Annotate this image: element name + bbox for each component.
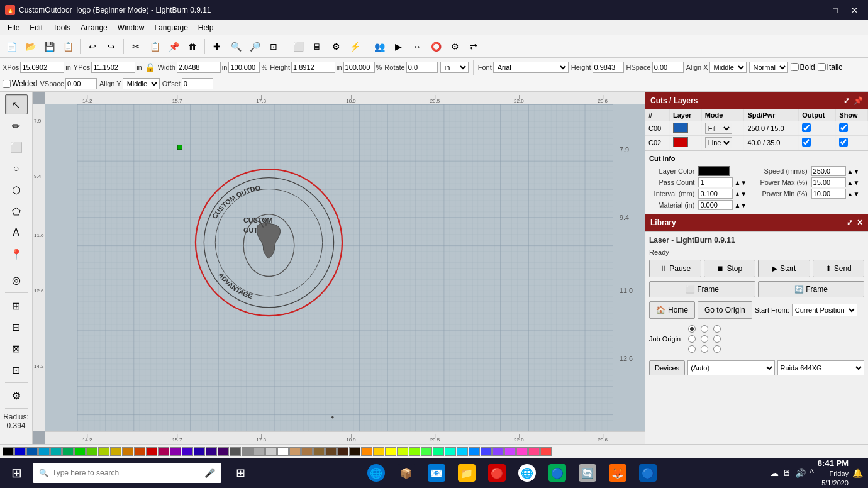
ypos-input[interactable]: [91, 62, 135, 73]
width-input[interactable]: [177, 62, 221, 73]
start-from-select[interactable]: Current Position Absolute Coords User Or…: [792, 304, 857, 316]
delete-btn[interactable]: 🗑: [184, 38, 201, 55]
copy-btn[interactable]: 📋: [146, 38, 164, 55]
swap-btn[interactable]: ⇄: [465, 38, 482, 55]
layer-show-c00[interactable]: [836, 121, 868, 136]
circle-btn[interactable]: ⭕: [427, 38, 445, 55]
color-brown5[interactable]: [349, 447, 360, 456]
menu-file[interactable]: File: [3, 22, 25, 33]
color-lime2[interactable]: [98, 447, 109, 456]
color-white[interactable]: [277, 447, 289, 456]
menu-arrange[interactable]: Arrange: [75, 22, 113, 33]
color-brown3[interactable]: [325, 447, 337, 456]
maximize-button[interactable]: □: [826, 4, 844, 16]
color-green1[interactable]: [62, 447, 74, 456]
interval-up-icon[interactable]: ▲▼: [734, 191, 747, 197]
draw-tool[interactable]: ✏: [5, 116, 28, 136]
search-bar[interactable]: 🔍 🎤: [33, 463, 221, 483]
menu-help[interactable]: Help: [193, 22, 219, 33]
menu-language[interactable]: Language: [149, 22, 192, 33]
color-indigo[interactable]: [194, 447, 205, 456]
cuts-collapse-icon[interactable]: ⤢: [843, 96, 850, 105]
taskbar-app8[interactable]: 🔄: [574, 459, 601, 487]
height-pct[interactable]: [343, 62, 375, 73]
cuts-pin-icon[interactable]: 📌: [854, 96, 863, 105]
layer-show-c02[interactable]: [836, 136, 868, 150]
device-select[interactable]: (Auto): [687, 360, 774, 375]
taskbar-explorer[interactable]: 📁: [453, 459, 481, 487]
color-navy[interactable]: [14, 447, 26, 456]
close-button[interactable]: ✕: [845, 4, 863, 16]
layer-output-c00[interactable]: [799, 121, 836, 136]
table-row[interactable]: C02 Line Fill 40.0 / 35.0: [645, 136, 868, 150]
notification-icon[interactable]: 🔔: [852, 468, 863, 478]
devices-button[interactable]: Devices: [649, 360, 685, 375]
bold-check[interactable]: [791, 63, 799, 71]
network-icon[interactable]: ☁: [770, 468, 779, 478]
users-btn[interactable]: 👥: [370, 38, 388, 55]
color-red2[interactable]: [146, 447, 157, 456]
unit-select[interactable]: in mm: [440, 62, 469, 73]
taskbar-outlook[interactable]: 📧: [423, 459, 450, 487]
layer-mode-c00[interactable]: Fill Line: [701, 121, 744, 136]
origin-br[interactable]: [713, 345, 721, 353]
group1-tool[interactable]: ⊞: [5, 296, 28, 316]
color-tan[interactable]: [289, 447, 301, 456]
save-as-btn[interactable]: 📋: [59, 38, 77, 55]
screen-btn[interactable]: 🖥: [308, 38, 326, 55]
settings-tool[interactable]: ⚙: [5, 385, 28, 406]
color-lime1[interactable]: [86, 447, 97, 456]
table-row[interactable]: C00 Fill Line 250.0 / 15.0: [645, 121, 868, 136]
pass-up-icon[interactable]: ▲▼: [734, 179, 747, 186]
mode-select-c02[interactable]: Line Fill: [705, 137, 732, 148]
color-plum[interactable]: [218, 447, 229, 456]
canvas-area[interactable]: 14.2 15.7 17.3 18.9 20.5 22.0 23.6 7.9 9…: [33, 92, 645, 444]
color-gray2[interactable]: [242, 447, 253, 456]
play-btn[interactable]: ▶: [389, 38, 407, 55]
pass-count-ci-input[interactable]: [698, 177, 733, 187]
speed-ci-input[interactable]: [811, 166, 846, 176]
taskview-btn[interactable]: ⊞: [226, 459, 254, 487]
pmax-up-icon[interactable]: ▲▼: [847, 179, 860, 186]
volume-icon[interactable]: 🔊: [795, 468, 806, 478]
welded-check[interactable]: [3, 80, 11, 88]
pause-button[interactable]: ⏸ Pause: [649, 260, 701, 277]
interval-ci-input[interactable]: [698, 189, 733, 199]
color-yellow2[interactable]: [373, 447, 384, 456]
send-button[interactable]: ⬆ Send: [813, 260, 865, 277]
origin-tc[interactable]: [701, 325, 708, 333]
color-orange1[interactable]: [122, 447, 133, 456]
redo-btn[interactable]: ↪: [103, 38, 120, 55]
color-blue4[interactable]: [481, 447, 492, 456]
alignx-select[interactable]: Middle: [709, 62, 747, 73]
open-btn[interactable]: 📂: [21, 38, 39, 55]
material-ci-input[interactable]: [698, 200, 733, 210]
origin-mc[interactable]: [701, 335, 708, 343]
menu-edit[interactable]: Edit: [25, 22, 48, 33]
settings-tb-btn[interactable]: ⚙: [327, 38, 345, 55]
color-violet[interactable]: [206, 447, 217, 456]
home-button[interactable]: 🏠 Home: [649, 301, 695, 319]
menu-tools[interactable]: Tools: [48, 22, 75, 33]
canvas-grid[interactable]: CUSTOM OUTDO CUSTOM OUTDOOR ADVANTAGE: [45, 104, 645, 431]
color-cyan1[interactable]: [433, 447, 444, 456]
cut-btn[interactable]: ✂: [127, 38, 145, 55]
text-tool[interactable]: A: [5, 223, 28, 243]
polygon-tool[interactable]: ⬡: [5, 180, 28, 200]
color-blue2[interactable]: [38, 447, 50, 456]
font-select[interactable]: Arial: [493, 62, 569, 73]
color-rose[interactable]: [528, 447, 540, 456]
windows-logo[interactable]: ⊞: [5, 462, 28, 484]
color-pink[interactable]: [158, 447, 169, 456]
origin-tl[interactable]: [688, 325, 696, 333]
polygon2-tool[interactable]: ⬠: [5, 201, 28, 221]
lock-icon[interactable]: 🔒: [145, 62, 155, 72]
color-teal[interactable]: [50, 447, 62, 456]
pin-tool[interactable]: 📍: [5, 244, 28, 264]
flash-btn[interactable]: ⚡: [346, 38, 364, 55]
color-red1[interactable]: [134, 447, 145, 456]
zoom-out-btn[interactable]: 🔎: [246, 38, 264, 55]
color-green2[interactable]: [74, 447, 86, 456]
monitor-icon[interactable]: 🖥: [782, 468, 791, 478]
color-purple1[interactable]: [170, 447, 181, 456]
